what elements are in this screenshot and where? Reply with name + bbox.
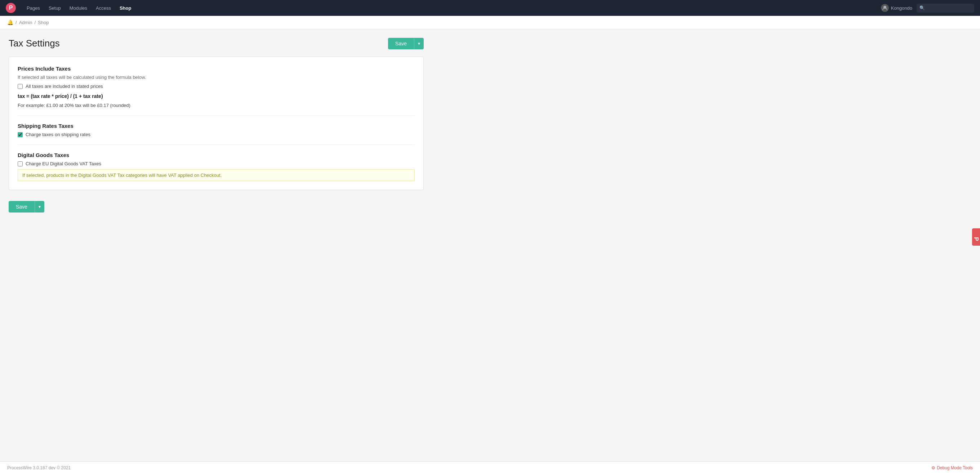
logo[interactable]: P [6,3,16,13]
prices-include-taxes-row: All taxes are included in stated prices [18,84,415,89]
tax-formula: tax = (tax rate * price) / (1 + tax rate… [18,93,415,99]
bottom-save-button-group: Save ▾ [9,201,424,213]
prices-include-taxes-checkbox[interactable] [18,84,23,89]
nav-link-shop[interactable]: Shop [116,3,135,13]
settings-card: Prices Include Taxes If selected all tax… [9,57,424,190]
user-avatar-icon [881,4,889,12]
breadcrumb-separator-2: / [34,20,36,25]
nav-link-modules[interactable]: Modules [66,3,91,13]
shipping-rates-taxes-label: Charge taxes on shipping rates [25,132,91,137]
breadcrumb: 🔔 / Admin / Shop [0,16,980,29]
digital-goods-taxes-checkbox[interactable] [18,161,23,166]
username-label: Kongondo [891,5,912,11]
digital-goods-taxes-title: Digital Goods Taxes [18,152,415,158]
breadcrumb-separator: / [16,20,17,25]
digital-goods-taxes-label: Charge EU Digital Goods VAT Taxes [25,161,101,166]
breadcrumb-shop[interactable]: Shop [38,20,49,25]
prices-include-taxes-section: Prices Include Taxes If selected all tax… [18,65,415,108]
bottom-save-area: Save ▾ [9,197,424,223]
shipping-rates-taxes-checkbox[interactable] [18,132,23,137]
page-title: Tax Settings [9,38,60,49]
prices-include-taxes-label: All taxes are included in stated prices [25,84,103,89]
svg-text:P: P [9,5,13,11]
tax-example: For example: £1.00 at 20% tax will be £0… [18,103,415,108]
user-menu[interactable]: Kongondo [881,4,912,12]
bottom-save-dropdown-button[interactable]: ▾ [35,201,44,213]
search-input[interactable] [916,3,974,13]
page-header: Tax Settings Save ▾ [9,38,424,49]
side-badge[interactable]: P [972,228,980,232]
prices-include-taxes-desc: If selected all taxes will be calculated… [18,75,415,80]
shipping-rates-taxes-row: Charge taxes on shipping rates [18,132,415,137]
nav-links: Pages Setup Modules Access Shop [23,3,881,13]
shipping-rates-taxes-title: Shipping Rates Taxes [18,123,415,129]
breadcrumb-admin[interactable]: Admin [19,20,32,25]
save-dropdown-button[interactable]: ▾ [414,38,424,49]
shipping-rates-taxes-section: Shipping Rates Taxes Charge taxes on shi… [18,123,415,137]
divider-2 [18,145,415,145]
digital-goods-taxes-section: Digital Goods Taxes Charge EU Digital Go… [18,152,415,181]
nav-link-pages[interactable]: Pages [23,3,44,13]
bottom-save-button[interactable]: Save [9,201,35,213]
save-button[interactable]: Save [388,38,414,49]
nav-right: Kongondo 🔍 [881,3,974,13]
digital-goods-info-note: If selected, products in the Digital Goo… [18,169,415,181]
divider-1 [18,115,415,116]
prices-include-taxes-title: Prices Include Taxes [18,65,415,72]
save-button-group: Save ▾ [388,38,424,49]
nav-link-access[interactable]: Access [92,3,115,13]
nav-link-setup[interactable]: Setup [45,3,65,13]
main-content: Tax Settings Save ▾ Prices Include Taxes… [0,29,432,232]
bell-icon: 🔔 [7,19,13,25]
search-wrapper: 🔍 [916,3,974,13]
top-navigation: P Pages Setup Modules Access Shop Kongon… [0,0,980,16]
digital-goods-taxes-row: Charge EU Digital Goods VAT Taxes [18,161,415,166]
